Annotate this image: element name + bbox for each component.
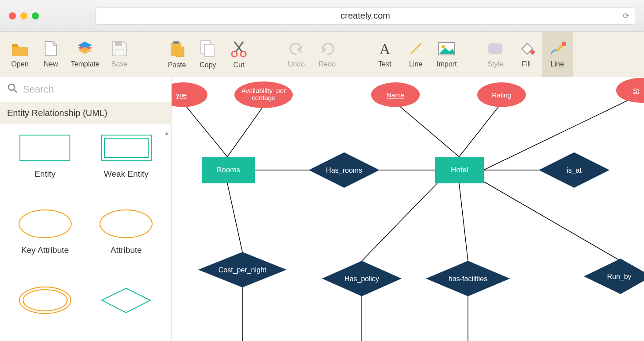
style-icon [487, 41, 504, 57]
import-label: Import [437, 60, 456, 68]
svg-line-19 [14, 89, 17, 93]
svg-line-12 [410, 43, 421, 54]
svg-point-18 [8, 84, 15, 90]
line-icon [408, 41, 424, 57]
import-button[interactable]: Import [431, 32, 462, 77]
refresh-icon[interactable]: ⟳ [623, 11, 629, 21]
shape-entity-label: Entity [34, 169, 56, 179]
url-text: creately.com [341, 11, 390, 21]
search-input[interactable] [23, 84, 164, 95]
linetool-label: Line [551, 60, 564, 68]
pencil-icon [548, 41, 566, 57]
svg-point-20 [19, 287, 71, 314]
new-button[interactable]: New [35, 32, 66, 77]
document-icon [44, 41, 58, 57]
save-icon [111, 41, 127, 57]
edge-type-rooms[interactable] [183, 103, 227, 157]
attribute-st-label: St [633, 87, 640, 94]
edge-hotel-hasfacilities[interactable] [459, 183, 468, 261]
shape-entity[interactable]: Entity [9, 133, 81, 196]
window-maximize-icon[interactable] [32, 12, 39, 19]
relationship-has-facilities-label: has-facilities [448, 275, 487, 283]
cut-button[interactable]: Cut [223, 32, 254, 77]
browser-chrome: creately.com ⟳ [0, 0, 644, 32]
folder-icon [11, 41, 29, 57]
fill-label: Fill [522, 60, 531, 68]
relationship-has-rooms-label: Has_rooms [326, 167, 362, 174]
svg-rect-0 [115, 42, 122, 46]
linetool-button[interactable]: Line [542, 32, 573, 77]
text-label: Text [378, 60, 391, 68]
sidebar: Entity Relationship (UML) ▲ Entity Weak … [0, 77, 172, 341]
save-button[interactable]: Save [104, 32, 135, 77]
undo-button[interactable]: Undo [281, 32, 312, 77]
redo-button[interactable]: Redo [312, 32, 343, 77]
shapes-panel: ▲ Entity Weak Entity Key Attribute Attri… [0, 124, 171, 341]
shape-key-attribute[interactable]: Key Attribute [9, 209, 81, 272]
shape-relationship[interactable] [90, 286, 163, 332]
relationship-has-policy-label: Has_policy [345, 275, 379, 283]
paste-button[interactable]: Paste [161, 32, 192, 77]
copy-label: Copy [199, 61, 216, 69]
svg-rect-6 [204, 44, 214, 57]
edge-name-hotel[interactable] [395, 103, 459, 157]
undo-icon [288, 41, 304, 57]
bucket-icon [518, 41, 535, 57]
scissors-icon [231, 40, 247, 58]
svg-point-21 [23, 290, 67, 311]
svg-point-17 [562, 42, 566, 46]
svg-line-9 [236, 42, 243, 52]
save-label: Save [111, 60, 127, 68]
window-close-icon[interactable] [9, 12, 16, 19]
redo-icon [319, 41, 335, 57]
edge-availability-rooms[interactable] [227, 106, 264, 157]
paste-label: Paste [168, 61, 186, 69]
scroll-up-icon[interactable]: ▲ [164, 130, 169, 136]
svg-line-10 [234, 42, 242, 52]
entity-rooms-label: Rooms [216, 166, 240, 174]
edge-rooms-cost[interactable] [227, 183, 242, 252]
url-bar[interactable]: creately.com ⟳ [96, 7, 635, 25]
fill-button[interactable]: Fill [511, 32, 542, 77]
svg-point-16 [530, 50, 535, 54]
edge-rating-hotel[interactable] [459, 103, 502, 157]
relationship-cost-per-night-label: Cost_per_night [218, 266, 267, 274]
svg-text:A: A [380, 41, 391, 57]
shape-attribute-label: Attribute [111, 245, 142, 255]
search-icon[interactable] [7, 83, 18, 96]
clipboard-icon [169, 40, 185, 58]
style-button[interactable]: Style [480, 32, 511, 77]
layers-icon [76, 41, 94, 57]
attribute-availability-label-1: Availability_per [242, 87, 286, 94]
attribute-st[interactable] [616, 78, 644, 103]
copy-icon [200, 40, 216, 58]
template-button[interactable]: Template [66, 32, 104, 77]
shape-category-header[interactable]: Entity Relationship (UML) [0, 102, 171, 124]
relationship-run-by-label: Run_by [607, 273, 631, 281]
shape-multivalued-attribute[interactable] [9, 286, 81, 332]
shape-weak-entity-label: Weak Entity [104, 169, 149, 179]
diagram-canvas[interactable]: ype Availability_per centage Name Rating… [172, 77, 644, 341]
attribute-rating-label: Rating [492, 91, 511, 99]
attribute-type-label: ype [176, 91, 187, 99]
undo-label: Undo [288, 60, 305, 68]
svg-rect-4 [176, 47, 184, 57]
edge-hotel-runby[interactable] [479, 179, 621, 261]
shape-weak-entity[interactable]: Weak Entity [90, 133, 163, 196]
new-label: New [44, 60, 58, 68]
search-row [0, 77, 171, 102]
open-button[interactable]: Open [4, 32, 35, 77]
text-button[interactable]: A Text [369, 32, 400, 77]
entity-hotel-label: Hotel [451, 166, 468, 174]
window-minimize-icon[interactable] [20, 12, 27, 19]
toolbar: Open New Template Save Paste Copy Cut Un… [0, 32, 644, 77]
workspace: Entity Relationship (UML) ▲ Entity Weak … [0, 77, 644, 341]
line-button[interactable]: Line [400, 32, 431, 77]
edge-hotel-haspolicy[interactable] [362, 179, 441, 261]
shape-attribute[interactable]: Attribute [90, 209, 163, 272]
copy-button[interactable]: Copy [192, 32, 223, 77]
svg-point-14 [441, 45, 445, 48]
style-label: Style [487, 60, 503, 68]
text-icon: A [377, 41, 393, 57]
template-label: Template [71, 60, 100, 68]
